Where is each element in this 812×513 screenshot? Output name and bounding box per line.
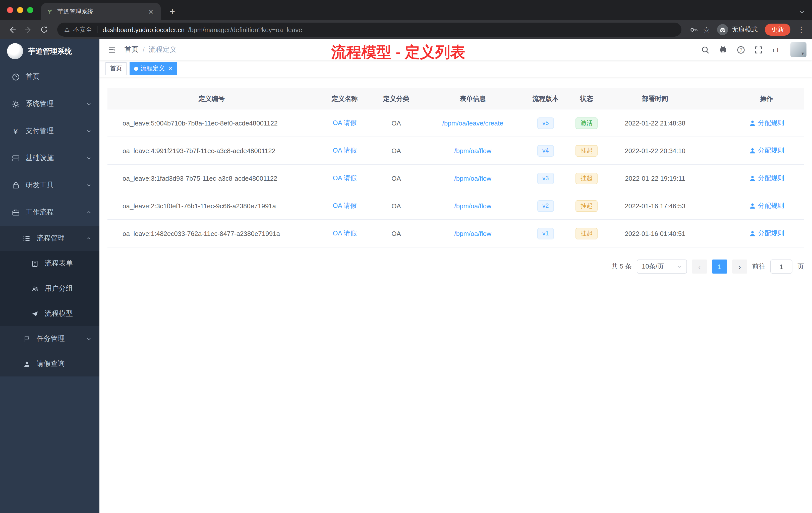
new-tab-button[interactable]: + bbox=[167, 6, 178, 17]
sidebar-item-user-group[interactable]: 用户分组 bbox=[0, 276, 99, 301]
main-area: 芋道管理系统 首页 系统管理 ¥ 支付管理 bbox=[0, 39, 812, 513]
page-size-value: 10条/页 bbox=[642, 262, 664, 271]
tab-strip-chevron-down-icon[interactable] bbox=[799, 9, 812, 20]
password-key-icon[interactable] bbox=[689, 25, 698, 34]
devtools-lock-icon bbox=[11, 181, 20, 190]
form-info-link[interactable]: /bpm/oa/flow bbox=[454, 147, 491, 154]
font-size-icon[interactable]: tT bbox=[772, 46, 781, 54]
table-row: oa_leave:1:482ec033-762a-11ec-8477-a2380… bbox=[108, 220, 804, 247]
address-bar[interactable]: ⚠ 不安全 dashboard.yudao.iocoder.cn /bpm/ma… bbox=[57, 23, 681, 37]
incognito-label: 无痕模式 bbox=[732, 25, 758, 34]
deploy-time: 2022-01-16 01:40:51 bbox=[609, 230, 701, 237]
deploy-time: 2022-01-22 21:48:38 bbox=[609, 119, 701, 127]
definition-category: OA bbox=[374, 147, 419, 154]
sidebar-item-leave-query[interactable]: 请假查询 bbox=[0, 351, 99, 376]
tag-home[interactable]: 首页 bbox=[106, 62, 126, 75]
app-title: 芋道管理系统 bbox=[28, 47, 72, 56]
current-page-button[interactable]: 1 bbox=[712, 260, 727, 274]
form-info-link[interactable]: /bpm/oa/flow bbox=[454, 175, 491, 182]
minimize-window-button[interactable] bbox=[17, 7, 23, 13]
version-badge: v1 bbox=[537, 228, 554, 239]
goto-label: 前往 bbox=[752, 262, 765, 271]
avatar[interactable] bbox=[790, 42, 807, 57]
logo-avatar bbox=[7, 43, 23, 59]
forward-button[interactable] bbox=[21, 23, 35, 37]
sidebar: 芋道管理系统 首页 系统管理 ¥ 支付管理 bbox=[0, 39, 99, 513]
tag-label: 流程定义 bbox=[141, 64, 165, 73]
definition-name-link[interactable]: OA 请假 bbox=[333, 119, 356, 126]
dashboard-icon bbox=[11, 72, 20, 81]
back-button[interactable] bbox=[5, 23, 19, 37]
sidebar-item-task-manage[interactable]: 任务管理 bbox=[0, 326, 99, 351]
assign-rule-button[interactable]: 分配规则 bbox=[749, 118, 784, 127]
toolbar-right: ☆ 无痕模式 更新 ⋮ bbox=[687, 24, 807, 36]
sidebar-collapse-hamburger-icon[interactable] bbox=[108, 45, 116, 54]
form-info-link[interactable]: /bpm/oa/flow bbox=[454, 202, 491, 210]
next-page-button[interactable]: › bbox=[732, 260, 747, 274]
sidebar-item-workflow[interactable]: 工作流程 bbox=[0, 199, 99, 226]
tag-process-definition[interactable]: 流程定义 ✕ bbox=[129, 62, 177, 75]
svg-text:t: t bbox=[773, 47, 774, 53]
page-size-select[interactable]: 10条/页 bbox=[637, 260, 687, 274]
breadcrumb-current: 流程定义 bbox=[149, 45, 177, 54]
github-icon[interactable] bbox=[719, 45, 728, 54]
table-header-row: 定义编号 定义名称 定义分类 表单信息 流程版本 状态 部署时间 操作 bbox=[108, 88, 804, 110]
close-window-button[interactable] bbox=[7, 7, 13, 13]
assign-rule-button[interactable]: 分配规则 bbox=[749, 174, 784, 183]
definition-name-link[interactable]: OA 请假 bbox=[333, 147, 356, 154]
sidebar-item-system[interactable]: 系统管理 bbox=[0, 90, 99, 117]
sidebar-logo[interactable]: 芋道管理系统 bbox=[0, 39, 99, 63]
sidebar-item-label: 请假查询 bbox=[37, 359, 65, 368]
refresh-button[interactable] bbox=[37, 23, 51, 37]
definition-id: oa_leave:4:991f2193-7b7f-11ec-a3c8-acde4… bbox=[108, 147, 316, 154]
sidebar-item-process-form[interactable]: 流程表单 bbox=[0, 251, 99, 276]
briefcase-icon bbox=[11, 208, 20, 217]
sidebar-item-process-model[interactable]: 流程模型 bbox=[0, 301, 99, 326]
sidebar-item-home[interactable]: 首页 bbox=[0, 63, 99, 90]
sidebar-item-label: 工作流程 bbox=[26, 208, 54, 217]
user-avatar-wrap[interactable]: ▾ bbox=[790, 42, 804, 57]
browser-menu-kebab-icon[interactable]: ⋮ bbox=[795, 25, 807, 34]
sidebar-item-process-manage[interactable]: 流程管理 bbox=[0, 226, 99, 251]
security-label[interactable]: 不安全 bbox=[73, 25, 92, 34]
sidebar-item-label: 基础设施 bbox=[26, 154, 54, 163]
tag-close-icon[interactable]: ✕ bbox=[168, 65, 173, 72]
version-badge: v3 bbox=[537, 173, 554, 184]
favicon-icon bbox=[46, 8, 53, 15]
assign-rule-button[interactable]: 分配规则 bbox=[749, 146, 784, 155]
table-row: oa_leave:2:3c1f0ef1-76b1-11ec-9c66-a2380… bbox=[108, 192, 804, 220]
tab-close-icon[interactable]: ✕ bbox=[146, 7, 156, 16]
assign-rule-button[interactable]: 分配规则 bbox=[749, 201, 784, 210]
definition-name-link[interactable]: OA 请假 bbox=[333, 230, 356, 237]
col-header: 表单信息 bbox=[419, 94, 527, 103]
sidebar-item-devtools[interactable]: 研发工具 bbox=[0, 172, 99, 199]
browser-update-button[interactable]: 更新 bbox=[765, 24, 790, 36]
active-tag-dot bbox=[134, 66, 138, 70]
browser-tab[interactable]: 芋道管理系统 ✕ bbox=[41, 3, 161, 20]
definition-id: oa_leave:3:1fad3d93-7b75-11ec-a3c8-acde4… bbox=[108, 175, 316, 182]
zoom-window-button[interactable] bbox=[27, 7, 33, 13]
fullscreen-icon[interactable] bbox=[754, 46, 763, 54]
bookmark-star-icon[interactable]: ☆ bbox=[703, 25, 710, 34]
help-icon[interactable]: ? bbox=[737, 46, 745, 54]
prev-page-button[interactable]: ‹ bbox=[692, 260, 707, 274]
definition-name-link[interactable]: OA 请假 bbox=[333, 174, 356, 182]
sidebar-item-label: 研发工具 bbox=[26, 181, 54, 190]
definition-category: OA bbox=[374, 175, 419, 182]
breadcrumb-home[interactable]: 首页 bbox=[124, 45, 139, 54]
infrastructure-icon bbox=[11, 154, 20, 163]
definition-name-link[interactable]: OA 请假 bbox=[333, 202, 356, 209]
not-secure-warning-icon: ⚠ bbox=[64, 26, 70, 33]
sidebar-item-payment[interactable]: ¥ 支付管理 bbox=[0, 117, 99, 145]
goto-page-input[interactable] bbox=[770, 260, 792, 274]
yen-icon: ¥ bbox=[11, 126, 20, 135]
tags-view-bar: 首页 流程定义 ✕ bbox=[99, 60, 812, 77]
form-info-link[interactable]: /bpm/oa/flow bbox=[454, 230, 491, 237]
form-info-link[interactable]: /bpm/oa/leave/create bbox=[442, 119, 503, 127]
assign-rule-button[interactable]: 分配规则 bbox=[749, 229, 784, 238]
definition-category: OA bbox=[374, 230, 419, 237]
sidebar-item-label: 首页 bbox=[26, 72, 40, 81]
search-icon[interactable] bbox=[701, 46, 709, 54]
sidebar-item-infra[interactable]: 基础设施 bbox=[0, 145, 99, 172]
chevron-down-icon bbox=[86, 128, 91, 133]
